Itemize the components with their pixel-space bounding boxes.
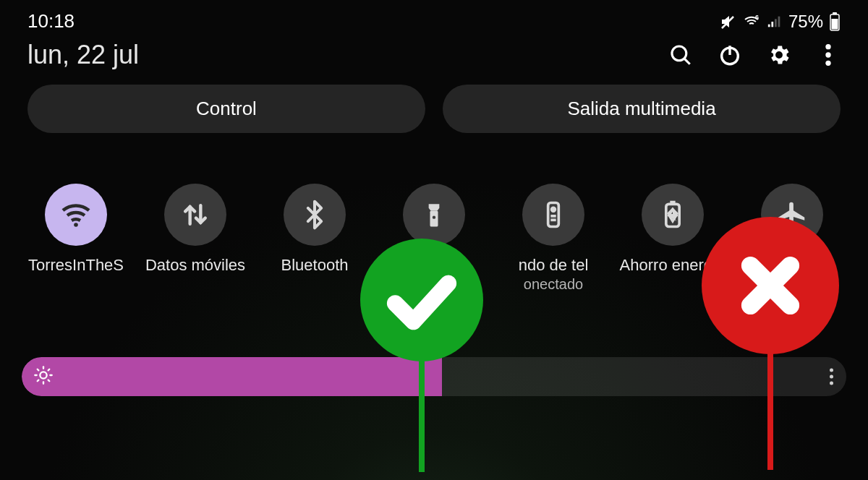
settings-button[interactable] <box>767 43 791 67</box>
svg-rect-4 <box>775 19 777 27</box>
brightness-more-button[interactable] <box>830 369 833 385</box>
tile-mobile-data[interactable]: Datos móviles <box>141 184 250 293</box>
tile-label: ndo de tel <box>519 256 589 275</box>
brightness-slider[interactable] <box>22 357 846 396</box>
svg-point-15 <box>825 61 830 66</box>
device-control-button[interactable]: Control <box>27 85 425 133</box>
svg-line-33 <box>48 369 50 371</box>
bluetooth-icon <box>284 184 346 246</box>
svg-point-14 <box>825 52 830 57</box>
svg-point-13 <box>825 44 830 49</box>
svg-rect-5 <box>778 16 780 27</box>
svg-line-30 <box>38 369 39 371</box>
svg-line-31 <box>48 380 50 382</box>
battery-saver-icon <box>642 184 704 246</box>
svg-point-18 <box>433 215 435 218</box>
search-button[interactable] <box>668 43 693 67</box>
panel-header: lun, 22 jul <box>0 33 868 70</box>
svg-rect-24 <box>670 201 675 205</box>
more-button[interactable] <box>816 43 841 67</box>
wifi-icon <box>45 184 107 246</box>
slider-fill <box>22 357 442 396</box>
tile-label: Bluetooth <box>281 256 349 275</box>
tile-label: TorresInTheS <box>28 256 124 275</box>
svg-point-16 <box>74 223 78 227</box>
tile-remote[interactable]: ndo de tel onectado <box>499 184 608 293</box>
tile-wifi[interactable]: TorresInTheS <box>22 184 130 293</box>
svg-rect-8 <box>832 19 838 30</box>
media-output-button[interactable]: Salida multimedia <box>443 85 841 133</box>
power-button[interactable] <box>718 43 742 67</box>
mobile-data-icon <box>164 184 226 246</box>
remote-icon <box>522 184 584 246</box>
ok-stamp-icon <box>360 239 483 361</box>
tile-sublabel: onectado <box>524 276 583 293</box>
battery-icon <box>829 12 841 31</box>
svg-text:6: 6 <box>755 14 759 21</box>
panel-date: lun, 22 jul <box>27 40 139 70</box>
flashlight-icon <box>403 184 465 246</box>
no-stamp-icon <box>702 217 839 354</box>
tile-label: Datos móviles <box>145 256 245 275</box>
status-bar: 10:18 6 75% <box>0 0 868 33</box>
panel-pills: Control Salida multimedia <box>0 70 868 133</box>
tile-bluetooth[interactable]: Bluetooth <box>260 184 369 293</box>
svg-point-9 <box>672 46 686 61</box>
status-time: 10:18 <box>27 10 75 33</box>
brightness-icon <box>33 365 54 388</box>
slider-track <box>22 357 846 396</box>
mute-vibrate-icon <box>719 13 736 30</box>
svg-line-10 <box>684 59 690 64</box>
svg-line-32 <box>38 380 39 382</box>
wifi-calling-icon: 6 <box>742 13 761 30</box>
svg-rect-2 <box>768 24 770 27</box>
battery-percent: 75% <box>788 12 823 32</box>
status-right: 6 75% <box>719 12 841 32</box>
signal-icon <box>767 14 783 30</box>
svg-point-25 <box>40 372 46 379</box>
header-actions <box>668 43 841 67</box>
svg-rect-3 <box>771 22 773 27</box>
svg-point-20 <box>552 207 556 211</box>
